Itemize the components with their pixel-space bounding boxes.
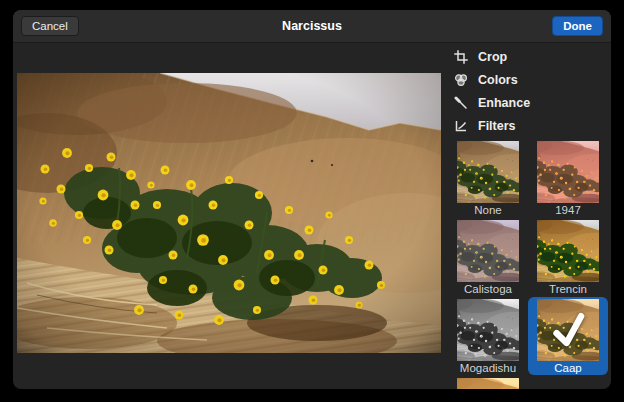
- tool-colors[interactable]: Colors: [453, 68, 611, 91]
- filter-tint-overlay: [457, 299, 519, 361]
- photo-canvas-area: [13, 43, 445, 389]
- header-bar: Cancel Narcissus Done: [13, 10, 611, 43]
- filter-tile[interactable]: Mogadishu: [448, 297, 528, 375]
- screen: Cancel Narcissus Done: [0, 0, 624, 402]
- edit-view: Crop Colors: [13, 43, 611, 389]
- page-title: Narcissus: [282, 19, 342, 33]
- filter-tile[interactable]: Calistoga: [448, 218, 528, 296]
- tool-label: Crop: [478, 50, 507, 64]
- filter-tile[interactable]: Caap: [528, 297, 608, 375]
- filter-tile[interactable]: None: [448, 139, 528, 217]
- photo-canvas: [17, 73, 441, 353]
- filter-label: 1947: [555, 204, 581, 217]
- cancel-button[interactable]: Cancel: [21, 16, 79, 36]
- tool-enhance[interactable]: Enhance: [453, 91, 611, 114]
- tool-label: Filters: [478, 119, 516, 133]
- filter-tile[interactable]: [448, 376, 528, 389]
- tool-crop[interactable]: Crop: [453, 45, 611, 68]
- filter-label: None: [474, 204, 502, 217]
- photo-image: [17, 73, 441, 353]
- edit-sidebar[interactable]: Crop Colors: [445, 43, 611, 389]
- filters-icon: [453, 118, 468, 133]
- filter-thumbnail: [457, 220, 519, 282]
- colors-icon: [453, 72, 468, 87]
- filter-thumbnail: [537, 220, 599, 282]
- tool-label: Colors: [478, 73, 518, 87]
- tool-label: Enhance: [478, 96, 530, 110]
- filter-label: Mogadishu: [460, 362, 516, 375]
- filter-tint-overlay: [537, 220, 599, 282]
- filter-thumbnail: [457, 378, 519, 389]
- crop-icon: [453, 49, 468, 64]
- filter-thumbnail: [457, 299, 519, 361]
- filter-tint-overlay: [537, 141, 599, 203]
- filter-label: Caap: [554, 362, 582, 375]
- photos-edit-window: Cancel Narcissus Done: [13, 10, 611, 389]
- filter-thumbnail: [537, 141, 599, 203]
- filter-tint-overlay: [457, 378, 519, 389]
- filter-thumbnail: [457, 141, 519, 203]
- filter-label: Trencin: [549, 283, 587, 296]
- tools-list: Crop Colors: [453, 45, 611, 137]
- filter-thumbnail: [537, 299, 599, 361]
- filter-label: Calistoga: [464, 283, 512, 296]
- filter-tile[interactable]: 1947: [528, 139, 608, 217]
- filter-tile[interactable]: Trencin: [528, 218, 608, 296]
- done-button[interactable]: Done: [552, 16, 603, 36]
- filters-grid[interactable]: None 1947: [448, 139, 611, 389]
- filter-tint-overlay: [457, 220, 519, 282]
- tool-filters[interactable]: Filters: [453, 114, 611, 137]
- enhance-icon: [453, 95, 468, 110]
- filter-tint-overlay: [457, 141, 519, 203]
- checkmark-icon: [547, 309, 589, 351]
